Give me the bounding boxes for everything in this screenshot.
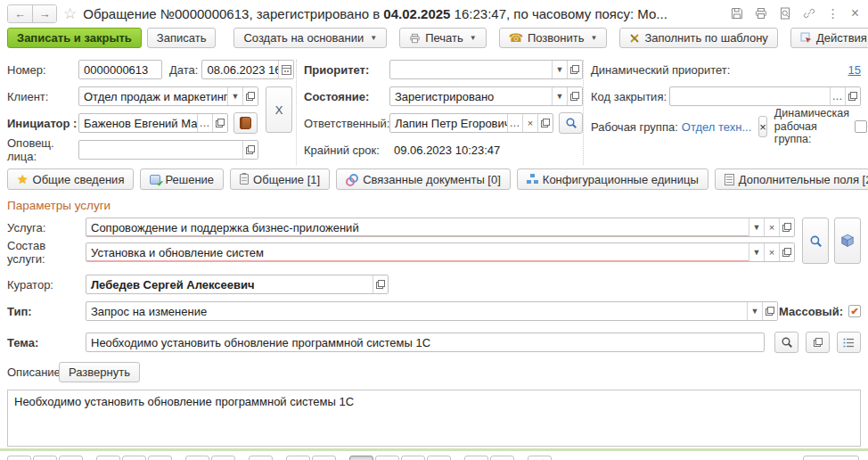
state-field[interactable]: Зарегистрировано ▼ [389, 86, 583, 106]
format-more-button[interactable]: Еще▼ [803, 456, 859, 460]
indent-decrease-button[interactable] [490, 456, 514, 460]
dropdown-icon[interactable]: ▼ [227, 87, 242, 105]
open-icon[interactable] [567, 61, 582, 78]
clear-initiator-button[interactable]: X [266, 86, 292, 133]
clear-icon[interactable]: × [764, 218, 779, 236]
subject-open-button[interactable] [806, 332, 830, 353]
actions-button[interactable]: Действия [790, 28, 868, 48]
favorite-star-icon[interactable]: ☆ [63, 6, 77, 21]
open-icon[interactable] [242, 141, 258, 159]
preview-icon[interactable] [779, 7, 791, 20]
tab-extra-fields[interactable]: Дополнительные поля [2] [715, 168, 868, 190]
save-and-close-button[interactable]: Записать и закрыть [7, 28, 142, 48]
open-icon[interactable] [779, 243, 794, 261]
state-input[interactable]: Зарегистрировано [390, 90, 552, 103]
font-size-decrease-button[interactable]: А▼ [59, 456, 83, 460]
dropdown-icon[interactable]: ▼ [552, 61, 567, 78]
more-menu-icon[interactable]: ⋮ [827, 7, 839, 20]
indent-increase-button[interactable] [464, 456, 488, 460]
highlight-color-button[interactable] [185, 456, 209, 460]
choose-icon[interactable]: … [830, 87, 845, 105]
font-size-increase-button[interactable]: А▲ [33, 456, 57, 460]
link-icon[interactable] [803, 7, 815, 20]
dynamic-workgroup-checkbox[interactable] [855, 120, 867, 133]
calendar-icon[interactable] [278, 61, 293, 78]
subject-input[interactable]: Необходимо установить обновление програм… [86, 336, 764, 349]
align-center-button[interactable] [375, 456, 399, 460]
subject-list-button[interactable] [837, 332, 861, 353]
number-field[interactable]: 0000000613 [78, 60, 162, 79]
fill-by-template-button[interactable]: Заполнить по шаблону [619, 28, 777, 48]
curator-field[interactable]: Лебедев Сергей Алексеевич [86, 275, 389, 294]
close-icon[interactable]: × [851, 6, 859, 21]
composition-input[interactable]: Установка и обновление систем [86, 246, 749, 259]
workgroup-link[interactable]: Отдел техн... [682, 120, 751, 134]
tab-general-info[interactable]: ★Общие сведения [7, 168, 134, 190]
tab-linked-documents[interactable]: Связанные документы [0] [336, 168, 511, 190]
dropdown-icon[interactable]: ▼ [749, 218, 764, 236]
save-button[interactable]: Записать [147, 28, 217, 48]
open-icon[interactable] [779, 218, 794, 236]
responsible-search-button[interactable] [559, 112, 583, 134]
description-editor[interactable]: Необходимо установить обновление програм… [7, 390, 861, 447]
insert-link-button[interactable] [249, 456, 273, 460]
priority-field[interactable]: ▼ [389, 60, 583, 79]
initiator-field[interactable]: Баженов Евгений Мак … [78, 113, 228, 133]
clear-format-button[interactable] [528, 456, 552, 460]
open-icon[interactable] [845, 87, 860, 105]
responsible-input[interactable]: Лапин Петр Егорович [390, 117, 507, 130]
curator-input[interactable]: Лебедев Сергей Алексеевич [86, 278, 373, 292]
align-justify-button[interactable] [427, 456, 451, 460]
back-button[interactable]: ← [8, 5, 32, 22]
tab-configuration-units[interactable]: Конфигурационные единицы [517, 168, 708, 190]
underline-button[interactable]: Ч [148, 456, 172, 460]
create-based-on-button[interactable]: Создать на основании▼ [233, 28, 387, 48]
open-icon[interactable] [762, 302, 777, 320]
bold-button[interactable]: Ж [96, 456, 120, 460]
clear-icon[interactable]: × [522, 114, 537, 132]
choose-icon[interactable]: … [197, 114, 212, 132]
dynamic-priority-link[interactable]: 15 [848, 63, 861, 77]
tab-communication[interactable]: Общение [1] [230, 168, 330, 190]
open-icon[interactable] [242, 87, 258, 105]
initiator-input[interactable]: Баженов Евгений Мак [79, 117, 197, 130]
open-icon[interactable] [567, 87, 582, 105]
text-color-button[interactable]: А [211, 456, 235, 460]
notify-persons-field[interactable] [78, 140, 258, 160]
close-code-field[interactable]: … [669, 86, 861, 106]
dropdown-icon[interactable]: ▼ [552, 87, 567, 105]
open-icon[interactable] [212, 114, 227, 132]
workgroup-clear-button[interactable]: × [758, 116, 767, 137]
subject-search-button[interactable] [774, 332, 798, 353]
save-icon[interactable] [731, 7, 743, 20]
mass-checkbox[interactable] [848, 305, 861, 317]
service-input[interactable]: Сопровождение и поддержка бизнес-приложе… [86, 221, 749, 234]
date-input[interactable]: 08.06.2023 16:23:47 [202, 63, 278, 77]
print-button[interactable]: Печать▼ [399, 28, 487, 48]
numbered-list-button[interactable]: 12 [312, 456, 336, 460]
clear-icon[interactable]: × [764, 243, 779, 261]
open-icon[interactable] [373, 275, 388, 293]
print-icon[interactable] [755, 7, 767, 20]
composition-field[interactable]: Установка и обновление систем ▼ × [86, 242, 795, 262]
subject-field[interactable]: Необходимо установить обновление програм… [86, 333, 765, 352]
choose-icon[interactable]: … [507, 114, 522, 132]
service-search-button[interactable] [802, 218, 829, 264]
type-input[interactable]: Запрос на изменение [86, 305, 747, 318]
service-catalog-button[interactable] [834, 218, 861, 264]
open-icon[interactable] [537, 114, 553, 132]
client-input[interactable]: Отдел продаж и маркетинга [79, 90, 227, 103]
dropdown-icon[interactable]: ▼ [747, 302, 762, 320]
responsible-field[interactable]: Лапин Петр Егорович … × [389, 113, 553, 133]
type-field[interactable]: Запрос на изменение ▼ [86, 301, 778, 321]
bullet-list-button[interactable] [286, 456, 310, 460]
expand-button[interactable]: Развернуть [59, 362, 140, 382]
dropdown-icon[interactable]: ▼ [749, 243, 764, 261]
client-field[interactable]: Отдел продаж и маркетинга ▼ [78, 86, 258, 106]
date-field[interactable]: 08.06.2023 16:23:47 [201, 60, 294, 79]
align-left-button[interactable] [349, 456, 373, 460]
align-right-button[interactable] [401, 456, 425, 460]
forward-button[interactable]: → [32, 5, 56, 22]
address-book-button[interactable] [233, 112, 258, 134]
call-button[interactable]: ☎Позвонить▼ [499, 28, 608, 48]
